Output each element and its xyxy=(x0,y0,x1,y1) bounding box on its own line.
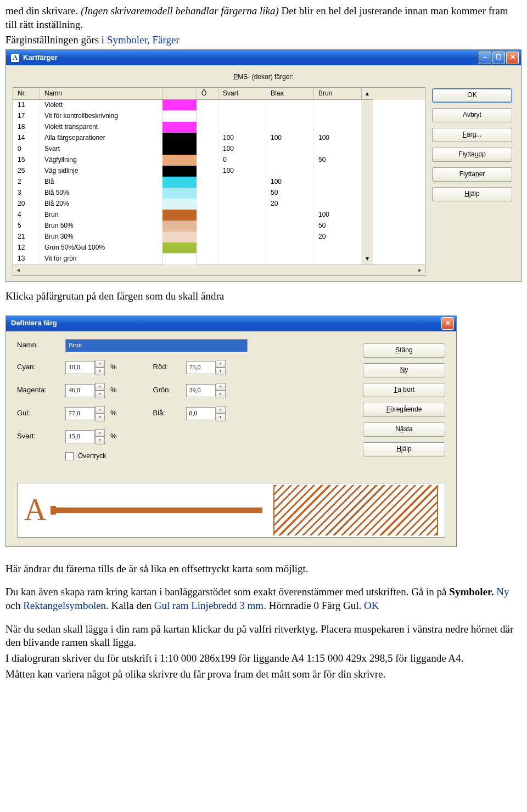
magenta-input[interactable]: ▲▼ xyxy=(65,383,105,398)
help-button[interactable]: Hjälp xyxy=(432,187,512,201)
spin-down-icon[interactable]: ▼ xyxy=(216,368,226,375)
scroll-track[interactable] xyxy=(362,144,373,155)
cell-swatch[interactable] xyxy=(162,166,197,177)
scroll-track[interactable] xyxy=(362,100,373,111)
spin-down-icon[interactable]: ▼ xyxy=(95,391,105,398)
spin-down-icon[interactable]: ▼ xyxy=(216,414,226,421)
scroll-track[interactable] xyxy=(362,155,373,166)
scroll-track[interactable] xyxy=(362,188,373,199)
table-row[interactable]: 5Brun 50%50 xyxy=(13,221,425,232)
cell-swatch[interactable] xyxy=(162,232,197,243)
cell-swatch[interactable] xyxy=(162,243,197,253)
scroll-track[interactable] xyxy=(362,133,373,144)
table-row[interactable]: 20Blå 20%20 xyxy=(13,199,425,210)
tabort-button[interactable]: Ta bort xyxy=(363,383,445,397)
table-row[interactable]: 12Grön 50%/Gul 100% xyxy=(13,243,425,253)
table-row[interactable]: 14Alla färgseparationer100100100 xyxy=(13,133,425,144)
table-row[interactable]: 21Brun 30%20 xyxy=(13,232,425,243)
hjalp-button[interactable]: Hjälp xyxy=(363,442,445,456)
close-button[interactable]: ✕ xyxy=(441,317,454,330)
cell-swatch[interactable] xyxy=(162,199,197,210)
cell-swatch[interactable] xyxy=(162,188,197,199)
scroll-track[interactable] xyxy=(362,221,373,232)
table-row[interactable]: 17Vit för kontrollbeskrivning xyxy=(13,111,425,122)
cell-swatch[interactable] xyxy=(162,100,197,111)
cell-swatch[interactable] xyxy=(162,155,197,166)
kartfarger-titlebar[interactable]: A Kartfärger – ☐ ✕ xyxy=(6,50,521,65)
foregaende-button[interactable]: Föregående xyxy=(363,403,445,417)
bla-input[interactable]: ▲▼ xyxy=(186,406,226,421)
table-row[interactable]: 2Blå100 xyxy=(13,177,425,188)
spin-up-icon[interactable]: ▲ xyxy=(95,383,105,391)
scroll-track[interactable] xyxy=(362,111,373,122)
nasta-button[interactable]: Nästa xyxy=(363,422,445,437)
scroll-track[interactable] xyxy=(362,243,373,253)
move-up-button[interactable]: Flytta upp xyxy=(432,148,512,162)
scroll-right-icon[interactable]: ▸ xyxy=(415,265,425,275)
cell-swatch[interactable] xyxy=(162,221,197,232)
move-down-button[interactable]: Flytta ner xyxy=(432,167,512,182)
spin-up-icon[interactable]: ▲ xyxy=(216,406,226,414)
scroll-up-icon[interactable]: ▴ xyxy=(362,88,373,100)
minimize-button[interactable]: – xyxy=(479,52,491,64)
color-button[interactable]: Färg... xyxy=(432,128,512,142)
scroll-track[interactable] xyxy=(362,232,373,243)
scroll-track[interactable]: ▾ xyxy=(362,253,373,264)
col-blaa[interactable]: Blaa xyxy=(266,88,314,100)
spin-down-icon[interactable]: ▼ xyxy=(95,414,105,421)
cell-swatch[interactable] xyxy=(162,122,197,133)
col-nr[interactable]: Nr. xyxy=(13,88,40,100)
spin-down-icon[interactable]: ▼ xyxy=(216,391,226,398)
scroll-track[interactable] xyxy=(362,199,373,210)
col-namn[interactable]: Namn xyxy=(40,88,162,100)
spin-up-icon[interactable]: ▲ xyxy=(95,360,105,368)
spin-up-icon[interactable]: ▲ xyxy=(95,429,105,437)
svart-input[interactable]: ▲▼ xyxy=(65,429,105,444)
cell-swatch[interactable] xyxy=(162,111,197,122)
spin-up-icon[interactable]: ▲ xyxy=(216,360,226,368)
table-row[interactable]: 3Blå 50%50 xyxy=(13,188,425,199)
spin-down-icon[interactable]: ▼ xyxy=(95,437,105,444)
rod-input[interactable]: ▲▼ xyxy=(186,360,226,375)
table-row[interactable]: 11Violett xyxy=(13,100,425,111)
namn-input[interactable] xyxy=(65,339,248,352)
col-o[interactable]: Ö xyxy=(197,88,218,100)
cell-blaa: 50 xyxy=(266,188,314,199)
scroll-track[interactable] xyxy=(362,166,373,177)
scroll-track[interactable] xyxy=(362,122,373,133)
cell-svart xyxy=(218,111,266,122)
cyan-input[interactable]: ▲▼ xyxy=(65,360,105,375)
table-row[interactable]: 18Violett transparent xyxy=(13,122,425,133)
close-button[interactable]: ✕ xyxy=(506,52,519,64)
cell-svart: 100 xyxy=(218,144,266,155)
definiera-farg-titlebar[interactable]: Definiera färg ✕ xyxy=(6,316,456,331)
table-row[interactable]: 25Väg sidlinje100 xyxy=(13,166,425,177)
table-row[interactable]: 4Brun100 xyxy=(13,210,425,221)
col-brun[interactable]: Brun xyxy=(314,88,362,100)
spin-down-icon[interactable]: ▼ xyxy=(95,368,105,375)
cell-svart xyxy=(218,177,266,188)
maximize-button[interactable]: ☐ xyxy=(492,52,505,64)
cell-swatch[interactable] xyxy=(162,253,197,264)
gron-input[interactable]: ▲▼ xyxy=(186,383,226,398)
table-row[interactable]: 15Vägfyllning050 xyxy=(13,155,425,166)
stang-button[interactable]: Stäng xyxy=(363,343,445,358)
table-row[interactable]: 0Svart100 xyxy=(13,144,425,155)
cancel-button[interactable]: Avbryt xyxy=(432,108,512,122)
spin-up-icon[interactable]: ▲ xyxy=(95,406,105,414)
ny-button[interactable]: Ny xyxy=(363,363,445,377)
cell-swatch[interactable] xyxy=(162,133,197,144)
cell-swatch[interactable] xyxy=(162,177,197,188)
cell-swatch[interactable] xyxy=(162,210,197,221)
cell-swatch[interactable] xyxy=(162,144,197,155)
scroll-track[interactable] xyxy=(362,210,373,221)
table-h-scrollbar[interactable]: ◂ ▸ xyxy=(13,264,425,275)
scroll-track[interactable] xyxy=(362,177,373,188)
table-row[interactable]: 13Vit för grön▾ xyxy=(13,253,425,264)
scroll-left-icon[interactable]: ◂ xyxy=(13,265,23,275)
col-color[interactable] xyxy=(162,88,197,100)
ok-button[interactable]: OK xyxy=(432,88,512,103)
gul-input[interactable]: ▲▼ xyxy=(65,406,105,421)
spin-up-icon[interactable]: ▲ xyxy=(216,383,226,391)
col-svart[interactable]: Svart xyxy=(218,88,266,100)
